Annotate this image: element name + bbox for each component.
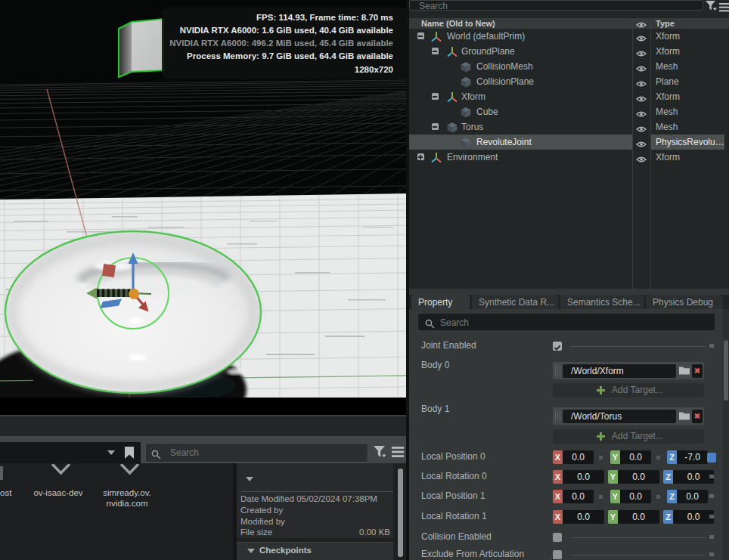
default-indicator[interactable] xyxy=(709,515,714,518)
file-details-pane: Date Modified 05/02/2024 07:38PM Created… xyxy=(237,463,406,560)
body0-label: Body 0 xyxy=(421,360,449,370)
stage-column-header[interactable]: Name (Old to New) Type xyxy=(409,18,729,29)
details-scrollbar-thumb[interactable] xyxy=(398,469,403,557)
date-modified-row: Date Modified 05/02/2024 07:38PM xyxy=(240,494,377,503)
column-divider[interactable] xyxy=(650,18,651,289)
body1-label: Body 1 xyxy=(421,404,449,414)
checkpoints-section[interactable]: Checkpoints xyxy=(237,542,393,560)
tab-semantics-schema[interactable]: Semantics Sche... xyxy=(560,295,644,309)
drag-grip[interactable] xyxy=(555,411,561,421)
browse-folder-icon[interactable] xyxy=(679,366,690,375)
changed-value-indicator[interactable] xyxy=(707,453,716,463)
property-search-input[interactable]: Search xyxy=(418,314,715,330)
breadcrumb-path-bar[interactable] xyxy=(0,442,141,463)
collapse-toggle[interactable] xyxy=(432,123,439,130)
breadcrumb-dropdown-icon[interactable] xyxy=(107,450,115,455)
axis-chip-y: Y xyxy=(610,490,620,503)
local-rotation-1-y-field[interactable]: 0.0 xyxy=(618,510,659,524)
tab-synthetic-data[interactable]: Synthetic Data R... xyxy=(472,295,558,309)
joint-enabled-checkbox[interactable] xyxy=(553,342,562,351)
collapse-toggle[interactable] xyxy=(432,48,439,54)
stage-row[interactable]: RevoluteJointPhysicsRevoluteJoint xyxy=(409,135,729,150)
collision-enabled-checkbox[interactable] xyxy=(553,533,562,542)
gizmo-handle-red[interactable] xyxy=(102,264,116,277)
property-scrollbar-thumb[interactable] xyxy=(724,340,728,401)
content-search-input[interactable]: Search xyxy=(145,443,368,463)
stage-row[interactable]: CollisionPlanePlane xyxy=(409,74,729,89)
column-type-label[interactable]: Type xyxy=(656,18,675,29)
axis-chip-z: Z xyxy=(663,510,673,524)
local-rotation-0-y-field[interactable]: 0.0 xyxy=(618,470,659,484)
axis-chip-z: Z xyxy=(667,450,677,464)
stage-row[interactable]: TorusMesh xyxy=(409,119,729,135)
details-collapse-icon[interactable] xyxy=(246,477,253,481)
column-divider[interactable] xyxy=(632,18,633,289)
local-position-0-y-field[interactable]: 0.0 xyxy=(620,450,651,464)
stage-search-input[interactable]: Search xyxy=(409,0,703,11)
local-position-1-y-field[interactable]: 0.0 xyxy=(620,490,651,503)
file-item-label[interactable]: simready.ov.nvidia.com xyxy=(97,487,157,509)
stage-row[interactable]: CollisionMeshMesh xyxy=(409,59,729,74)
file-item-label[interactable]: ov-isaac-dev xyxy=(28,487,88,498)
local-rotation-0-x-field[interactable]: 0.0 xyxy=(563,470,604,484)
body1-path-field[interactable]: /World/Torus xyxy=(563,410,676,423)
cube-mesh[interactable] xyxy=(119,19,163,77)
axis-line-green-over xyxy=(0,380,33,381)
stage-options-icon[interactable] xyxy=(719,2,729,15)
bookmark-icon[interactable] xyxy=(125,447,135,459)
stage-row[interactable]: CubeMesh xyxy=(409,104,729,119)
local-position-0-x-field[interactable]: 0.0 xyxy=(563,450,594,464)
default-indicator[interactable] xyxy=(709,535,714,539)
column-name-label[interactable]: Name (Old to New) xyxy=(421,18,495,29)
local-rotation-1-x-field[interactable]: 0.0 xyxy=(563,510,604,524)
viewport-3d[interactable]: FPS: 114.93, Frame time: 8.70 ms NVIDIA … xyxy=(0,0,406,415)
folder-icon[interactable] xyxy=(120,464,139,475)
local-rotation-1-label: Local Rotation 1 xyxy=(421,511,487,521)
add-target-button-body0[interactable]: Add Target... xyxy=(553,383,704,398)
folder-icon[interactable] xyxy=(51,464,70,475)
stage-row[interactable]: World (defaultPrim)Xform xyxy=(409,29,729,44)
content-options-icon[interactable] xyxy=(392,447,404,461)
local-rotation-1-z-field[interactable]: 0.0 xyxy=(673,510,714,524)
local-position-1-x-field[interactable]: 0.0 xyxy=(563,490,594,503)
local-position-0-z-field[interactable]: -7.0 xyxy=(677,450,708,464)
collapse-toggle[interactable] xyxy=(417,32,424,39)
local-position-1-z-field[interactable]: 0.0 xyxy=(677,490,708,503)
field-separator xyxy=(599,456,603,459)
checkpoints-collapse-icon[interactable] xyxy=(247,549,255,553)
details-scrollbar[interactable] xyxy=(393,463,406,560)
stage-row[interactable]: EnvironmentXform xyxy=(409,150,729,165)
axis-chip-y: Y xyxy=(610,450,620,464)
stage-row[interactable]: XformXform xyxy=(409,89,729,104)
stage-row[interactable]: GroundPlaneXform xyxy=(409,44,729,59)
body0-relationship: /World/Xform ✖ xyxy=(553,362,704,379)
viewport-letterbox xyxy=(0,398,406,415)
content-filter-icon[interactable] xyxy=(373,446,386,462)
body0-path-field[interactable]: /World/Xform xyxy=(563,364,676,378)
default-indicator[interactable] xyxy=(709,344,714,348)
remove-target-button[interactable]: ✖ xyxy=(692,410,703,423)
xform-icon xyxy=(446,46,458,57)
body1-relationship: /World/Torus ✖ xyxy=(553,407,704,425)
collapse-toggle[interactable] xyxy=(432,93,439,100)
axis-chip-y: Y xyxy=(608,470,618,484)
default-indicator[interactable] xyxy=(709,475,714,478)
property-divider-line xyxy=(571,537,706,538)
drag-grip[interactable] xyxy=(555,366,561,376)
property-scrollbar[interactable] xyxy=(723,309,729,560)
local-rotation-0-z-field[interactable]: 0.0 xyxy=(673,470,714,484)
tab-physics-debug[interactable]: Physics Debug xyxy=(646,295,723,309)
tab-property[interactable]: Property xyxy=(411,295,470,309)
file-item-label[interactable]: ost xyxy=(0,487,23,498)
default-indicator[interactable] xyxy=(709,494,714,498)
xform-icon xyxy=(430,152,442,163)
remove-target-button[interactable]: ✖ xyxy=(692,364,703,378)
visibility-eye-icon[interactable] xyxy=(636,153,647,166)
browse-folder-icon[interactable] xyxy=(679,411,690,420)
expand-toggle[interactable] xyxy=(417,153,424,160)
default-indicator[interactable] xyxy=(709,552,714,556)
exclude-from-articulation-checkbox[interactable] xyxy=(553,550,562,559)
stage-filter-icon[interactable] xyxy=(705,1,717,14)
gizmo-center[interactable] xyxy=(129,289,139,299)
add-target-button-body1[interactable]: Add Target... xyxy=(553,429,704,444)
